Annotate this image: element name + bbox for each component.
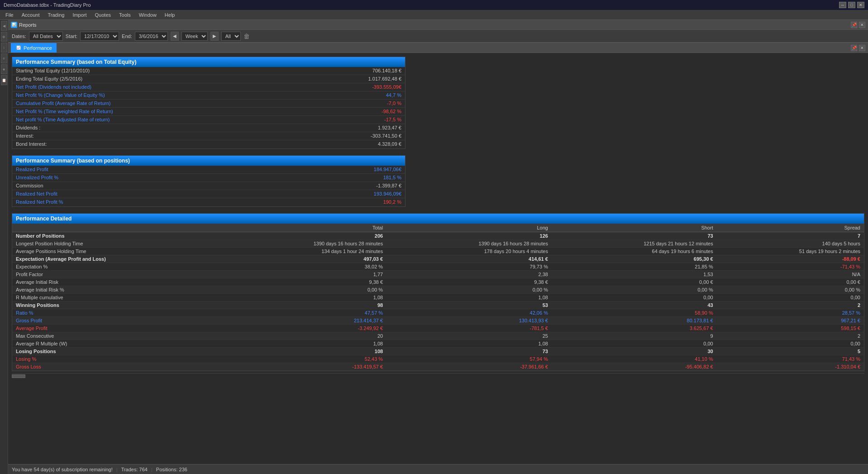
row-spread: 51 days 19 hours 2 minutes (717, 248, 864, 255)
nav-icon-2[interactable]: ⊕ (1, 32, 7, 42)
table-row: Max Consecutive 20 25 9 2 (12, 332, 864, 340)
row-spread: 71,43 % (717, 355, 864, 363)
table-row: Average Positions Holding Time 134 days … (12, 248, 864, 255)
title-bar: DemoDatabase.tdbx - TradingDiary Pro ─ □… (0, 0, 868, 10)
content-area: 📊 Reports 📌 ✕ Dates: All Dates Start: 12… (8, 20, 868, 474)
filter-icon[interactable]: 🗑 (243, 33, 250, 40)
row-long: 1,08 (386, 294, 552, 302)
row-label: Longest Position Holding Time (12, 240, 221, 248)
performance-pin-button[interactable]: 📌 (851, 45, 857, 51)
detailed-table: Total Long Short Spread Number of Positi… (12, 224, 864, 371)
performance-panel-header: 📈 Performance 📌 ✕ (8, 43, 868, 53)
all-select[interactable]: All (221, 32, 241, 41)
row-label: Average Positions Holding Time (12, 248, 221, 255)
horizontal-scrollbar[interactable] (12, 373, 864, 378)
nav-icon-3[interactable]: ↕ (1, 43, 7, 53)
pos-row-0: Realized Profit 184.947,06€ (12, 166, 405, 174)
row-label: Average Initial Risk (12, 278, 221, 286)
row-long: -781,5 € (386, 325, 552, 332)
row-total: 206 (221, 232, 386, 240)
prev-arrow[interactable]: ◀ (171, 32, 179, 41)
menu-quotes[interactable]: Quotes (91, 11, 114, 19)
equity-row-0: Starting Total Equity (12/10/2010) 706.1… (12, 67, 405, 75)
table-row: Average Initial Risk 9,38 € 9,38 € 0,00 … (12, 278, 864, 286)
row-spread: 2 (717, 332, 864, 340)
row-label: Expectation % (12, 263, 221, 271)
realized-net-profit-link[interactable]: Realized Net Profit (16, 191, 57, 197)
row-total: 134 days 1 hour 24 minutes (221, 248, 386, 255)
close-button[interactable]: ✕ (857, 2, 864, 8)
realized-net-profit-pct-link[interactable]: Realized Net Profit % (16, 199, 63, 206)
start-select[interactable]: 12/17/2010 (80, 32, 119, 41)
performance-content[interactable]: Performance Summary (based on Total Equi… (8, 53, 868, 464)
reports-panel-header: 📊 Reports 📌 ✕ (8, 20, 868, 30)
dates-select[interactable]: All Dates (29, 32, 63, 41)
reports-panel-controls[interactable]: 📌 ✕ (851, 22, 865, 28)
row-long: 73 (386, 348, 552, 355)
reports-close-button[interactable]: ✕ (859, 22, 865, 28)
cum-profit-link[interactable]: Cumulative Profit (Average Rate of Retur… (16, 101, 111, 106)
row-long: 414,61 € (386, 255, 552, 263)
row-short: 64 days 19 hours 6 minutes (552, 248, 717, 255)
menu-trading[interactable]: Trading (44, 11, 68, 19)
end-select[interactable]: 3/6/2016 (135, 32, 168, 41)
row-short: 30 (552, 348, 717, 355)
row-label: Max Consecutive (12, 332, 221, 340)
performance-close-button[interactable]: ✕ (859, 45, 865, 51)
nav-icon-4[interactable]: ≡ (1, 53, 7, 63)
unrealized-profit-link[interactable]: Unrealized Profit % (16, 175, 58, 181)
menu-help[interactable]: Help (161, 11, 179, 19)
row-label: Number of Positions (12, 232, 221, 240)
table-row: Expectation % 38,02 % 79,73 % 21,85 % -7… (12, 263, 864, 271)
pos-row-4: Realized Net Profit % 190,2 % (12, 198, 405, 206)
menu-account[interactable]: Account (18, 11, 43, 19)
menu-window[interactable]: Window (135, 11, 160, 19)
realized-profit-link[interactable]: Realized Profit (16, 167, 48, 172)
summary-positions-header: Performance Summary (based on positions) (12, 156, 405, 166)
equity-row-4: Cumulative Profit (Average Rate of Retur… (12, 100, 405, 108)
row-short: 9 (552, 332, 717, 340)
table-row: Gross Profit 213.414,37 € 130.413,93 € 8… (12, 317, 864, 325)
next-arrow[interactable]: ▶ (210, 32, 219, 41)
reports-pin-button[interactable]: 📌 (851, 22, 857, 28)
menu-tools[interactable]: Tools (115, 11, 134, 19)
col-label (12, 224, 221, 232)
row-total: 47,57 % (221, 309, 386, 317)
main-layout: ◀ ⊕ ↕ ≡ ★ 📋 📊 Reports 📌 ✕ Dates: (0, 20, 868, 474)
net-profit-pct-link[interactable]: Net Profit % (Change Value of Equity %) (16, 92, 105, 98)
detailed-box-header: Performance Detailed (12, 214, 864, 224)
table-row: Expectation (Average Profit and Loss) 49… (12, 255, 864, 263)
net-profit-link[interactable]: Net Profit (Dividends not included) (16, 84, 91, 90)
row-long: 42,06 % (386, 309, 552, 317)
table-row: Losing % 52,43 % 57,94 % 41,10 % 71,43 % (12, 355, 864, 363)
menu-file[interactable]: File (2, 11, 17, 19)
twr-link[interactable]: Net Profit % (Time weighted Rate of Retu… (16, 109, 113, 115)
performance-tab[interactable]: 📈 Performance (11, 43, 57, 53)
tar-link[interactable]: Net profit % (Time Adjusted Rate of retu… (16, 117, 110, 123)
menu-import[interactable]: Import (69, 11, 90, 19)
performance-panel: 📈 Performance 📌 ✕ Performance Summary (b… (8, 43, 868, 464)
row-label: Losing % (12, 355, 221, 363)
row-long: 2,38 (386, 271, 552, 278)
row-long: 57,94 % (386, 355, 552, 363)
row-spread: 28,57 % (717, 309, 864, 317)
performance-panel-controls[interactable]: 📌 ✕ (851, 45, 865, 51)
status-bar: You have 54 day(s) of subscription remai… (8, 464, 868, 474)
window-controls[interactable]: ─ □ ✕ (839, 2, 864, 8)
nav-icon-6[interactable]: 📋 (1, 75, 7, 85)
minimize-button[interactable]: ─ (839, 2, 846, 8)
week-select[interactable]: Week (181, 32, 208, 41)
maximize-button[interactable]: □ (848, 2, 855, 8)
row-short: 0,00 % (552, 286, 717, 294)
row-short: 1,53 (552, 271, 717, 278)
nav-icon-1[interactable]: ◀ (1, 21, 7, 31)
col-long: Long (386, 224, 552, 232)
nav-icon-5[interactable]: ★ (1, 64, 7, 74)
equity-row-3: Net Profit % (Change Value of Equity %) … (12, 91, 405, 100)
row-total: 1390 days 16 hours 28 minutes (221, 240, 386, 248)
equity-row-2: Net Profit (Dividends not included) -393… (12, 83, 405, 91)
row-total: 0,00 % (221, 286, 386, 294)
equity-row-6: Net profit % (Time Adjusted Rate of retu… (12, 116, 405, 124)
row-spread: 0,00 (717, 340, 864, 348)
row-long: 79,73 % (386, 263, 552, 271)
